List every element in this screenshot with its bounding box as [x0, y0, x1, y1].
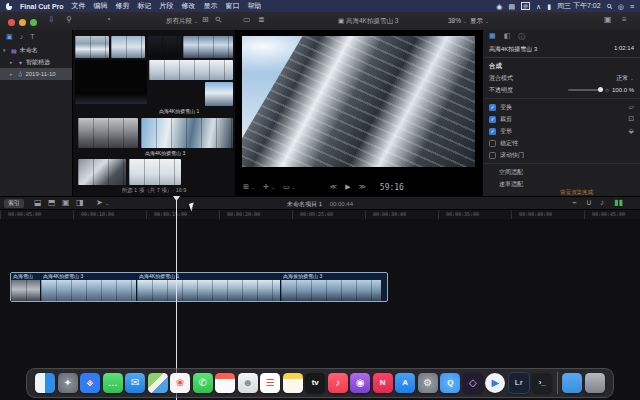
transform-onscreen-icon[interactable]: ▱ — [629, 103, 634, 111]
dock-mail[interactable]: ✉ — [125, 373, 145, 393]
viewer-display-menu-icon[interactable]: ⊞ ⌄ — [243, 183, 255, 191]
tab-titles-icon[interactable]: T — [30, 33, 34, 41]
app-menu-title[interactable]: Final Cut Pro — [20, 3, 64, 10]
viewer-zoom-menu[interactable]: 38% ⌄ — [448, 18, 467, 25]
apple-menu-icon[interactable] — [6, 3, 12, 10]
browser-clip-thumbnail[interactable] — [183, 36, 233, 58]
sidebar-item-library[interactable]: ▾ ▤ 未命名 — [0, 44, 72, 56]
dock-downloads-folder[interactable] — [562, 373, 582, 393]
browser-clip-thumbnail[interactable] — [205, 82, 233, 106]
audio-solo-icon[interactable]: ♪ — [600, 199, 604, 207]
menu-edit[interactable]: 编辑 — [94, 1, 108, 11]
dock-calendar[interactable] — [215, 373, 235, 393]
crop-row[interactable]: ✓ 裁剪 ⊡ — [483, 113, 640, 125]
dock-final-cut-pro[interactable]: ◇ — [463, 373, 483, 393]
browser-clip-thumbnail[interactable] — [75, 36, 109, 58]
transform-row[interactable]: ✓ 变换 ▱ — [483, 101, 640, 113]
viewer-view-menu[interactable]: 显示 ⌄ — [470, 18, 489, 25]
keyword-editor-icon[interactable]: ⚲ — [66, 16, 72, 24]
dock-photos[interactable]: ❀ — [170, 373, 190, 393]
disclosure-icon[interactable]: ▸ — [10, 59, 15, 65]
menu-window[interactable]: 窗口 — [226, 1, 240, 11]
transform-checkbox[interactable]: ✓ — [489, 104, 496, 111]
distort-row[interactable]: ✓ 变形 ⬙ — [483, 125, 640, 137]
window-zoom-button[interactable] — [30, 19, 37, 26]
dock-app-store[interactable]: A — [395, 373, 415, 393]
timeline-clip[interactable]: 高海雪山 — [11, 273, 41, 301]
project-name[interactable]: 未命名项目 1 — [287, 201, 322, 207]
battery-icon[interactable]: ▮ — [547, 3, 551, 10]
dock-messages[interactable]: … — [103, 373, 123, 393]
dock-podcasts[interactable]: ◉ — [350, 373, 370, 393]
keyframe-icon[interactable]: ◇ — [605, 87, 609, 93]
stabilization-checkbox[interactable] — [489, 140, 496, 147]
dock-quicktime[interactable]: Q — [440, 373, 460, 393]
menu-file[interactable]: 文件 — [72, 1, 86, 11]
tab-photos-audio-icon[interactable]: ♪ — [20, 33, 24, 41]
browser-clip-thumbnail[interactable] — [149, 60, 233, 80]
dock-facetime[interactable]: ✆ — [193, 373, 213, 393]
timeline-clip[interactable]: 高海拔拍摄雪山 3 — [281, 273, 381, 301]
dock-lightroom[interactable]: Lr — [508, 372, 530, 394]
info-inspector-tab-icon[interactable]: ⓘ — [518, 32, 525, 42]
screen-record-icon[interactable]: ◉ — [496, 3, 502, 10]
blend-mode-popup[interactable]: 正常 ⌄ — [616, 74, 634, 83]
browser-clip-thumbnail[interactable] — [129, 159, 181, 185]
menu-modify[interactable]: 修改 — [182, 1, 196, 11]
audio-meters-icon[interactable]: ▮▮ — [614, 199, 623, 207]
skimming-icon[interactable]: ⌁ — [572, 199, 577, 207]
browser-duration-icon[interactable]: ▭ — [243, 16, 251, 24]
opacity-slider[interactable] — [568, 89, 602, 91]
sidebar-item-smart-collections[interactable]: ▸ ✦ 智能精选 — [0, 56, 72, 68]
window-close-button[interactable] — [8, 19, 15, 26]
dock-launchpad[interactable]: ✦ — [58, 373, 78, 393]
distort-onscreen-icon[interactable]: ⬙ — [629, 127, 634, 135]
tab-libraries-icon[interactable]: ▣ — [6, 33, 13, 41]
color-inspector-tab-icon[interactable]: ◧ — [504, 32, 511, 42]
viewer-transform-menu-icon[interactable]: ✛ ⌄ — [263, 183, 275, 191]
browser-clip-thumbnail[interactable] — [78, 159, 126, 185]
background-tasks-icon[interactable]: ◔ — [106, 16, 111, 24]
dock-reminders[interactable]: ☰ — [260, 373, 280, 393]
dock-terminal[interactable]: ›_ — [532, 373, 552, 393]
rolling-shutter-row[interactable]: 滚动快门 — [483, 149, 640, 161]
timeline-clip[interactable]: 高海4K拍摄雪山 3 — [41, 273, 137, 301]
clip-appearance-icon[interactable]: ⊞ — [202, 16, 209, 24]
browser-search-icon[interactable]: ⚲ — [214, 15, 224, 25]
browser-clip-thumbnail[interactable] — [78, 118, 138, 148]
opacity-value[interactable]: 100.0 % — [612, 87, 634, 93]
menu-help[interactable]: 帮助 — [248, 1, 262, 11]
dock-news[interactable]: N — [373, 373, 393, 393]
menu-mark[interactable]: 标记 — [138, 1, 152, 11]
menu-view[interactable]: 显示 — [204, 1, 218, 11]
timeline-clip[interactable]: 高海4K拍摄雪山 1 — [137, 273, 281, 301]
disclosure-icon[interactable]: ▸ — [10, 71, 15, 77]
distort-checkbox[interactable]: ✓ — [489, 128, 496, 135]
dock-video-player[interactable]: ▶ — [485, 373, 505, 393]
menu-clip[interactable]: 片段 — [160, 1, 174, 11]
crop-checkbox[interactable]: ✓ — [489, 116, 496, 123]
disclosure-icon[interactable]: ▾ — [3, 47, 8, 53]
play-backward-icon[interactable]: ≪ — [330, 183, 337, 191]
dock-system-preferences[interactable]: ⚙ — [418, 373, 438, 393]
dock-safari[interactable]: ✧ — [80, 373, 100, 393]
share-icon[interactable]: ▣ — [604, 16, 612, 24]
dock-music[interactable]: ♪ — [328, 373, 348, 393]
dock-tv[interactable]: tv — [305, 373, 325, 393]
display-icon[interactable]: ▤ — [508, 3, 515, 10]
spatial-conform-row[interactable]: 空间适配 — [483, 166, 640, 178]
crop-onscreen-icon[interactable]: ⊡ — [628, 115, 634, 123]
browser-sort-icon[interactable]: ≣ — [258, 16, 265, 24]
input-method-icon[interactable]: 拼 — [521, 2, 530, 10]
play-button[interactable]: ▶ — [345, 183, 350, 191]
dock-notes[interactable] — [283, 373, 303, 393]
dock-trash[interactable] — [585, 373, 605, 393]
dock-finder[interactable] — [35, 373, 55, 393]
menu-bar-clock[interactable]: 周三 下午7:02 — [557, 1, 601, 11]
snapping-icon[interactable]: ∪ — [586, 199, 592, 207]
video-inspector-tab-icon[interactable]: ▦ — [489, 32, 496, 42]
viewer-image[interactable] — [242, 36, 475, 167]
dock-contacts[interactable]: ☻ — [238, 373, 258, 393]
sidebar-item-event-2019-11-10[interactable]: ▸ ⚲ 2019-11-10 — [0, 68, 72, 80]
dock-maps[interactable] — [148, 373, 168, 393]
